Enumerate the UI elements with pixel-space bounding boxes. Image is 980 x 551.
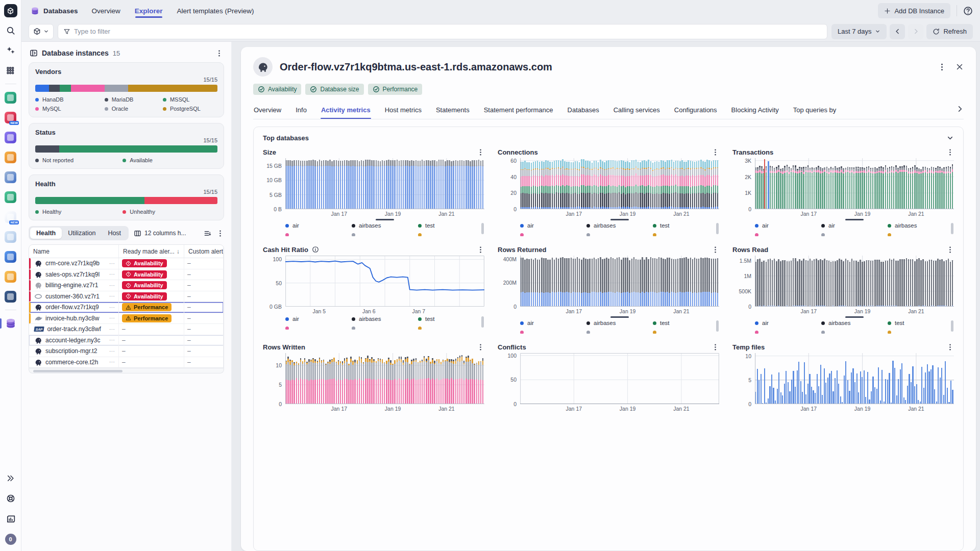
legend-item[interactable] bbox=[586, 233, 653, 236]
legend-item[interactable] bbox=[352, 327, 418, 330]
nav-link-overview[interactable]: Overview bbox=[91, 1, 121, 21]
chart-plot[interactable] bbox=[755, 353, 954, 404]
chart-plot[interactable] bbox=[520, 256, 719, 307]
detail-tab-statement-performance[interactable]: Statement performance bbox=[483, 101, 554, 119]
sidebar-kebab-menu[interactable] bbox=[215, 49, 223, 57]
detail-tab-top-queries-by[interactable]: Top queries by bbox=[793, 101, 837, 119]
detail-tab-configurations[interactable]: Configurations bbox=[674, 101, 718, 119]
layers-app-button[interactable] bbox=[4, 131, 17, 144]
legend-item[interactable] bbox=[352, 233, 418, 236]
nav-link-explorer[interactable]: Explorer bbox=[134, 1, 163, 21]
detail-tab-info[interactable]: Info bbox=[295, 101, 307, 119]
chart-plot[interactable] bbox=[755, 158, 954, 209]
time-range-button[interactable]: Last 7 days bbox=[831, 24, 887, 39]
row-more-ellipsis[interactable]: ⋯ bbox=[109, 348, 115, 355]
legend-item[interactable] bbox=[586, 331, 653, 334]
warehouse-app-button[interactable] bbox=[4, 270, 17, 283]
legend-scrollbar[interactable] bbox=[716, 320, 719, 332]
row-more-ellipsis[interactable]: ⋯ bbox=[109, 337, 115, 343]
legend-item[interactable] bbox=[755, 331, 821, 334]
info-icon[interactable] bbox=[312, 246, 319, 253]
container-app-button[interactable] bbox=[4, 290, 17, 303]
support-icon[interactable] bbox=[4, 492, 17, 505]
detail-kebab-menu[interactable] bbox=[938, 63, 946, 71]
legend-item[interactable] bbox=[755, 233, 821, 236]
legend-item[interactable]: airbases bbox=[888, 222, 954, 229]
storage-app-button[interactable] bbox=[4, 250, 17, 263]
filter-input[interactable] bbox=[74, 28, 822, 35]
table-row[interactable]: account-ledger.ny3c ⋯ – – bbox=[29, 335, 224, 346]
table-horizontal-scrollbar[interactable] bbox=[29, 368, 224, 373]
chart-kebab-menu[interactable] bbox=[946, 343, 954, 351]
legend-item[interactable] bbox=[821, 233, 888, 236]
table-row[interactable]: SAP order-track.ny3c8wf ⋯ – – bbox=[29, 324, 224, 335]
chart-kebab-menu[interactable] bbox=[712, 246, 719, 254]
legend-item[interactable]: test bbox=[888, 320, 954, 326]
alerting-app-button[interactable]: NEW bbox=[4, 111, 17, 124]
legend-item[interactable] bbox=[285, 233, 352, 236]
security-shield-app-button[interactable] bbox=[4, 151, 17, 164]
row-more-ellipsis[interactable]: ⋯ bbox=[109, 326, 115, 333]
legend-scrollbar[interactable] bbox=[716, 223, 719, 234]
legend-item[interactable]: airbases bbox=[352, 316, 418, 322]
close-icon[interactable] bbox=[955, 63, 964, 71]
chart-kebab-menu[interactable] bbox=[477, 246, 484, 254]
legend-item[interactable] bbox=[285, 327, 352, 330]
legend-item[interactable] bbox=[653, 233, 719, 236]
chart-plot[interactable] bbox=[285, 353, 484, 404]
gear-app-button[interactable]: NEW bbox=[4, 210, 17, 223]
add-db-instance-button[interactable]: Add DB Instance bbox=[878, 3, 950, 18]
expand-rail-icon[interactable] bbox=[4, 471, 17, 485]
detail-tab-host-metrics[interactable]: Host metrics bbox=[384, 101, 422, 119]
chart-plot[interactable] bbox=[285, 256, 484, 307]
help-icon[interactable] bbox=[963, 6, 973, 16]
row-more-ellipsis[interactable]: ⋯ bbox=[109, 282, 115, 289]
table-row[interactable]: commerce-core.t2h ⋯ – – bbox=[29, 357, 224, 368]
legend-item[interactable] bbox=[653, 331, 719, 334]
chart-plot[interactable] bbox=[285, 158, 484, 209]
legend-item[interactable]: test bbox=[653, 222, 719, 229]
legend-item[interactable]: test bbox=[418, 222, 484, 229]
legend-item[interactable]: airbases bbox=[352, 222, 418, 229]
legend-item[interactable] bbox=[418, 327, 484, 330]
legend-scrollbar[interactable] bbox=[951, 223, 953, 234]
legend-item[interactable]: airbases bbox=[821, 320, 888, 326]
databases-app-icon[interactable] bbox=[4, 317, 17, 330]
table-row[interactable]: crm-core.vz7r1kq9b ⋯ Availability – bbox=[29, 258, 224, 269]
legend-item[interactable]: air bbox=[520, 320, 586, 326]
legend-item[interactable]: air bbox=[520, 222, 586, 229]
row-more-ellipsis[interactable]: ⋯ bbox=[109, 315, 115, 321]
sidebar-tab-host[interactable]: Host bbox=[102, 228, 127, 239]
legend-item[interactable]: air bbox=[755, 320, 821, 326]
legend-scrollbar[interactable] bbox=[481, 223, 484, 234]
table-row[interactable]: billing-engine.vz7r1 ⋯ Availability – bbox=[29, 280, 224, 291]
refresh-button[interactable]: Refresh bbox=[926, 24, 973, 39]
cube-app-button[interactable] bbox=[4, 190, 17, 204]
chart-kebab-menu[interactable] bbox=[477, 343, 484, 351]
legend-item[interactable] bbox=[520, 331, 586, 334]
legend-item[interactable]: test bbox=[653, 320, 719, 326]
sparkles-icon[interactable] bbox=[4, 44, 17, 57]
sidebar-tab-health[interactable]: Health bbox=[30, 228, 62, 239]
detail-tab-statements[interactable]: Statements bbox=[435, 101, 470, 119]
time-forward-button[interactable] bbox=[908, 24, 923, 39]
legend-item[interactable]: air bbox=[821, 222, 888, 229]
column-header-0[interactable]: Name bbox=[29, 245, 119, 258]
entity-type-select[interactable] bbox=[29, 24, 54, 39]
row-more-ellipsis[interactable]: ⋯ bbox=[109, 260, 115, 267]
detail-tab-calling-services[interactable]: Calling services bbox=[613, 101, 660, 119]
table-row[interactable]: customer-360.vz7r1 ⋯ Availability – bbox=[29, 291, 224, 303]
row-more-ellipsis[interactable]: ⋯ bbox=[109, 304, 115, 311]
legend-item[interactable]: air bbox=[285, 222, 352, 229]
legend-item[interactable] bbox=[888, 233, 954, 236]
legend-item[interactable] bbox=[418, 233, 484, 236]
cloud-app-button[interactable] bbox=[4, 230, 17, 243]
legend-scrollbar[interactable] bbox=[951, 320, 953, 332]
legend-item[interactable]: test bbox=[418, 316, 484, 322]
chart-plot[interactable] bbox=[520, 158, 719, 209]
usage-chart-icon[interactable] bbox=[4, 512, 17, 525]
chart-kebab-menu[interactable] bbox=[946, 246, 954, 254]
legend-item[interactable] bbox=[888, 331, 954, 334]
detail-tab-activity-metrics[interactable]: Activity metrics bbox=[321, 101, 371, 119]
chart-kebab-menu[interactable] bbox=[712, 343, 719, 351]
